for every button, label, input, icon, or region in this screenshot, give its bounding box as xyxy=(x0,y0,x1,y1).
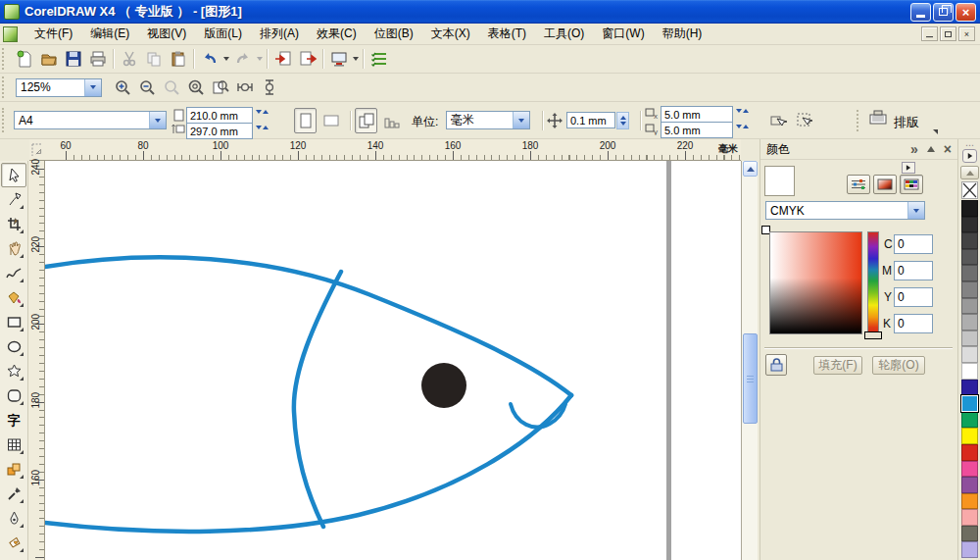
palette-flyout-button[interactable] xyxy=(962,149,977,163)
export-button[interactable] xyxy=(295,47,319,71)
palette-swatch[interactable] xyxy=(961,346,978,363)
palette-swatch[interactable] xyxy=(961,477,978,493)
menu-help[interactable]: 帮助(H) xyxy=(654,23,711,45)
palette-swatch[interactable] xyxy=(961,265,978,281)
toolbar-grip[interactable] xyxy=(2,48,10,70)
toolbar-overflow-icon[interactable] xyxy=(933,129,938,134)
paper-height-spinner[interactable] xyxy=(254,126,270,129)
menu-arrange[interactable]: 排列(A) xyxy=(251,23,308,45)
all-pages-button[interactable] xyxy=(355,108,377,133)
fill-tool[interactable] xyxy=(1,531,26,555)
menu-effects[interactable]: 效果(C) xyxy=(308,23,366,45)
no-color-swatch[interactable] xyxy=(961,181,978,199)
doc-close-button[interactable]: × xyxy=(958,26,975,41)
paper-width-spinner[interactable] xyxy=(254,110,270,114)
duplicate-x-spinner[interactable] xyxy=(734,109,751,113)
redo-dropdown[interactable] xyxy=(255,47,264,71)
polygon-tool[interactable] xyxy=(1,359,26,383)
channel-m-input[interactable] xyxy=(894,261,933,280)
facing-pages-button[interactable] xyxy=(380,108,403,133)
nudge-spinner[interactable] xyxy=(616,112,629,129)
copy-button[interactable] xyxy=(141,47,166,71)
menu-layout[interactable]: 版面(L) xyxy=(195,23,251,45)
fish-mouth-curve[interactable] xyxy=(511,404,565,427)
combo-arrow-button[interactable] xyxy=(513,112,529,128)
fill-button[interactable]: 填充(F) xyxy=(813,356,862,375)
layout-bar-label[interactable]: 排版 xyxy=(894,114,919,131)
text-tool[interactable]: 字 xyxy=(1,408,26,433)
palette-swatch[interactable] xyxy=(961,509,978,526)
zoom-in-button[interactable] xyxy=(110,76,134,99)
menu-view[interactable]: 视图(V) xyxy=(138,23,195,45)
paper-preset-combobox[interactable]: A4 xyxy=(14,111,167,129)
shape-tool[interactable] xyxy=(1,187,26,212)
save-button[interactable] xyxy=(61,47,85,71)
palette-swatch[interactable] xyxy=(961,363,978,380)
channel-c-input[interactable] xyxy=(894,234,933,254)
zoom-level-combobox[interactable]: 125% xyxy=(16,78,102,97)
smart-fill-tool[interactable] xyxy=(1,285,26,310)
paste-button[interactable] xyxy=(166,47,190,71)
combo-arrow-button[interactable] xyxy=(149,112,166,128)
portrait-button[interactable] xyxy=(294,108,317,133)
outline-button[interactable]: 轮廓(O) xyxy=(872,356,925,375)
docker-collapse-icon[interactable] xyxy=(927,146,935,152)
duplicate-y-field[interactable]: 5.0 mm xyxy=(661,122,733,138)
pick-tool[interactable] xyxy=(1,163,26,187)
close-button[interactable]: × xyxy=(956,3,976,22)
menu-tools[interactable]: 工具(O) xyxy=(535,23,593,45)
undo-button[interactable] xyxy=(197,47,221,71)
restore-button[interactable] xyxy=(933,3,954,22)
palette-swatch[interactable] xyxy=(961,526,978,542)
palette-swatch[interactable] xyxy=(961,493,978,510)
treat-as-filled-button[interactable] xyxy=(767,108,790,133)
undo-dropdown[interactable] xyxy=(221,47,230,71)
palette-swatch[interactable] xyxy=(961,444,978,461)
hue-strip[interactable] xyxy=(867,231,879,334)
paper-height-field[interactable]: 297.0 mm xyxy=(186,123,253,139)
color-model-combobox[interactable]: CMYK xyxy=(765,201,925,220)
color-sliders-tab[interactable] xyxy=(847,175,870,194)
layout-tool-button[interactable] xyxy=(864,107,892,130)
palette-swatch[interactable] xyxy=(961,428,978,444)
landscape-button[interactable] xyxy=(319,108,342,133)
fish-body-bottom-curve[interactable] xyxy=(45,395,571,532)
palette-swatch[interactable] xyxy=(961,380,978,396)
crop-tool[interactable] xyxy=(1,212,26,236)
palette-swatch[interactable] xyxy=(961,281,978,298)
menu-file[interactable]: 文件(F) xyxy=(25,23,81,45)
snap-to-objects-button[interactable] xyxy=(794,108,816,133)
launcher-dropdown[interactable] xyxy=(351,47,360,71)
fish-body-top-curve[interactable] xyxy=(45,257,571,395)
new-document-button[interactable] xyxy=(12,47,36,71)
docker-close-icon[interactable]: × xyxy=(944,141,952,157)
nudge-offset-field[interactable]: 0.1 mm xyxy=(566,112,615,128)
menu-bitmaps[interactable]: 位图(B) xyxy=(366,23,422,45)
lock-button[interactable] xyxy=(765,354,787,376)
cut-button[interactable] xyxy=(117,47,141,71)
zoom-to-page-button[interactable] xyxy=(208,76,232,99)
combo-arrow-button[interactable] xyxy=(907,202,924,219)
import-button[interactable] xyxy=(270,47,295,71)
vertical-scrollbar[interactable] xyxy=(741,161,758,560)
scroll-up-button[interactable] xyxy=(743,161,758,177)
toolbar-grip[interactable] xyxy=(2,76,10,98)
menu-edit[interactable]: 编辑(E) xyxy=(81,23,138,45)
rectangle-tool[interactable] xyxy=(1,310,26,334)
title-bar[interactable]: CorelDRAW X4 （ 专业版 ） - [图形1] × xyxy=(0,0,980,24)
toolbar-grip[interactable] xyxy=(2,108,10,133)
menu-text[interactable]: 文本(X) xyxy=(422,23,479,45)
combo-arrow-button[interactable] xyxy=(84,79,101,96)
color-palettes-tab[interactable] xyxy=(900,175,923,194)
zoom-to-width-button[interactable] xyxy=(232,76,257,99)
docker-title-bar[interactable]: 颜色 » × xyxy=(760,139,957,160)
redo-button[interactable] xyxy=(230,47,255,71)
fish-gill-curve[interactable] xyxy=(294,272,341,527)
palette-swatch[interactable] xyxy=(961,412,978,429)
hue-slider-handle[interactable] xyxy=(864,331,882,339)
palette-swatch[interactable] xyxy=(961,232,978,249)
docker-flyout-button[interactable] xyxy=(902,162,915,174)
basic-shapes-tool[interactable] xyxy=(1,383,26,408)
application-launcher-button[interactable] xyxy=(326,47,351,71)
duplicate-x-field[interactable]: 5.0 mm xyxy=(661,106,733,123)
